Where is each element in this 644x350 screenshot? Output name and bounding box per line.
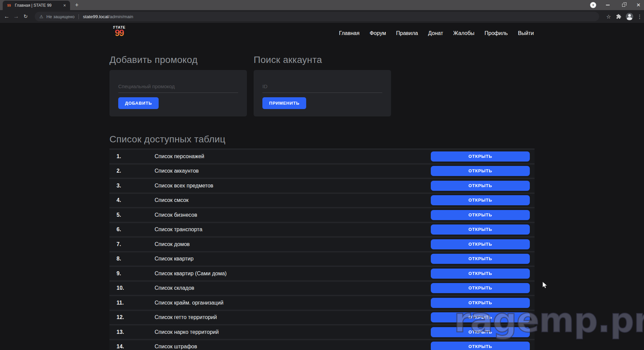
- open-table-button[interactable]: ОТКРЫТЬ: [431, 166, 530, 176]
- open-table-button[interactable]: ОТКРЫТЬ: [431, 269, 530, 279]
- account-id-input[interactable]: [262, 79, 382, 93]
- open-table-button[interactable]: ОТКРЫТЬ: [431, 239, 530, 249]
- nav-link-правила[interactable]: Правила: [396, 30, 418, 36]
- open-table-button[interactable]: ОТКРЫТЬ: [431, 195, 530, 205]
- site-header: STATE 99 ★ ГлавнаяФорумПравилаДонатЖалоб…: [109, 23, 535, 44]
- url-host: state99.local: [83, 14, 108, 19]
- browser-toolbar: ← → ↻ ⚠ Не защищено state99.local /admin…: [0, 10, 644, 23]
- new-tab-button[interactable]: +: [73, 1, 81, 9]
- profile-circle-button[interactable]: ▾: [589, 0, 597, 10]
- table-row: 13. Список нарко территорий ОТКРЫТЬ: [109, 325, 535, 339]
- minimize-icon: [606, 5, 610, 5]
- table-row-number: 1.: [109, 153, 155, 160]
- window-close-button[interactable]: ✕: [633, 0, 644, 10]
- nav-link-донат[interactable]: Донат: [428, 30, 443, 36]
- open-table-button[interactable]: ОТКРЫТЬ: [431, 298, 530, 308]
- logo-text-99: 99: [112, 29, 126, 37]
- promo-code-input[interactable]: [118, 79, 238, 93]
- promo-card: ДОБАВИТЬ: [109, 70, 247, 116]
- table-row-number: 6.: [109, 226, 155, 233]
- browser-tab[interactable]: 99 Главная | STATE 99 ×: [3, 1, 70, 10]
- browser-titlebar: 99 Главная | STATE 99 × + ▾ ✕: [0, 0, 644, 10]
- table-row-number: 14.: [109, 344, 155, 350]
- address-bar[interactable]: ⚠ Не защищено state99.local /admin/main: [35, 12, 599, 21]
- bookmark-star-icon[interactable]: ☆: [604, 13, 614, 20]
- nav-link-выйти[interactable]: Выйти: [518, 30, 534, 36]
- main-navigation: ГлавнаяФорумПравилаДонатЖалобыПрофильВый…: [339, 30, 534, 36]
- table-row: 6. Список транспорта ОТКРЫТЬ: [109, 223, 535, 237]
- extensions-puzzle-icon[interactable]: [614, 14, 624, 19]
- restore-button[interactable]: [617, 0, 630, 10]
- nav-link-форум[interactable]: Форум: [369, 30, 386, 36]
- open-table-button[interactable]: ОТКРЫТЬ: [431, 210, 530, 220]
- apply-search-button[interactable]: ПРИМЕНИТЬ: [262, 97, 306, 109]
- table-row-number: 4.: [109, 197, 155, 203]
- table-row: 14. Список штрафов ОТКРЫТЬ: [109, 340, 535, 350]
- url-path: /admin/main: [108, 14, 133, 19]
- open-table-button[interactable]: ОТКРЫТЬ: [431, 312, 530, 322]
- table-row: 3. Список всех предметов ОТКРЫТЬ: [109, 179, 535, 193]
- forward-icon[interactable]: →: [11, 10, 21, 23]
- table-row-number: 10.: [109, 285, 155, 291]
- table-row-number: 8.: [109, 256, 155, 262]
- open-table-button[interactable]: ОТКРЫТЬ: [431, 151, 530, 162]
- browser-profile-avatar[interactable]: [626, 13, 633, 20]
- table-row: 9. Список квартир (Сами дома) ОТКРЫТЬ: [109, 267, 535, 280]
- open-table-button[interactable]: ОТКРЫТЬ: [431, 283, 530, 293]
- add-promo-button[interactable]: ДОБАВИТЬ: [118, 97, 159, 109]
- promo-section-title: Добавить промокод: [109, 55, 247, 65]
- table-row: 8. Список квартир ОТКРЫТЬ: [109, 252, 535, 266]
- table-row-number: 3.: [109, 183, 155, 189]
- nav-link-профиль[interactable]: Профиль: [485, 30, 508, 36]
- caret-down-icon: ▾: [590, 2, 596, 8]
- security-label: Не защищено: [46, 14, 75, 19]
- open-table-button[interactable]: ОТКРЫТЬ: [431, 254, 530, 264]
- state99-logo[interactable]: STATE 99 ★: [112, 26, 126, 37]
- table-row-number: 2.: [109, 168, 155, 174]
- table-row-number: 9.: [109, 271, 155, 277]
- reload-icon[interactable]: ↻: [21, 10, 30, 23]
- table-row: 11. Список крайм. организаций ОТКРЫТЬ: [109, 296, 535, 310]
- admin-page: STATE 99 ★ ГлавнаяФорумПравилаДонатЖалоб…: [0, 23, 644, 350]
- open-table-button[interactable]: ОТКРЫТЬ: [431, 181, 530, 191]
- tab-close-icon[interactable]: ×: [62, 2, 67, 8]
- open-table-button[interactable]: ОТКРЫТЬ: [431, 342, 530, 350]
- tables-section-title: Список доступных таблиц: [109, 134, 535, 145]
- restore-icon: [622, 4, 625, 7]
- table-row: 4. Список смсок ОТКРЫТЬ: [109, 194, 535, 207]
- table-row: 5. Список бизнесов ОТКРЫТЬ: [109, 208, 535, 222]
- table-row-number: 7.: [109, 241, 155, 247]
- nav-link-главная[interactable]: Главная: [339, 30, 360, 36]
- table-row: 7. Список домов ОТКРЫТЬ: [109, 238, 535, 251]
- table-row-number: 5.: [109, 212, 155, 218]
- account-search-card: ПРИМЕНИТЬ: [254, 70, 391, 116]
- nav-link-жалобы[interactable]: Жалобы: [453, 30, 475, 36]
- minimize-button[interactable]: [602, 0, 614, 10]
- tables-list: 1. Список персонажей ОТКРЫТЬ 2. Список а…: [109, 148, 535, 350]
- table-row-number: 11.: [109, 300, 155, 306]
- back-icon[interactable]: ←: [2, 10, 11, 23]
- table-row: 2. Список аккаунтов ОТКРЫТЬ: [109, 165, 535, 178]
- table-row-number: 12.: [109, 314, 155, 320]
- table-row-number: 13.: [109, 329, 155, 335]
- site-favicon-icon: 99: [6, 3, 12, 8]
- table-row: 12. Список гетто территорий ОТКРЫТЬ: [109, 311, 535, 324]
- account-search-section-title: Поиск аккаунта: [254, 55, 391, 65]
- open-table-button[interactable]: ОТКРЫТЬ: [431, 327, 530, 337]
- not-secure-warning-icon: ⚠: [39, 14, 43, 19]
- omnibox-divider: [78, 14, 79, 19]
- logo-star-icon: ★: [114, 26, 117, 30]
- browser-menu-icon[interactable]: ⋮: [635, 13, 644, 20]
- table-row: 1. Список персонажей ОТКРЫТЬ: [109, 150, 535, 163]
- table-row: 10. Список складов ОТКРЫТЬ: [109, 282, 535, 295]
- tab-title: Главная | STATE 99: [15, 3, 62, 8]
- open-table-button[interactable]: ОТКРЫТЬ: [431, 224, 530, 235]
